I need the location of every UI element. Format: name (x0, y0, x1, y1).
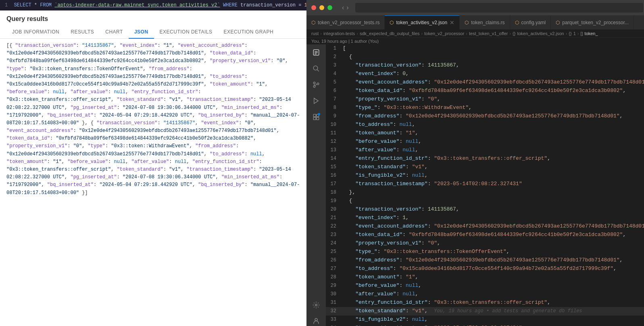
sql-keyword-where: WHERE (223, 2, 238, 8)
code-line-29: 29 "before_value": null, (326, 282, 644, 290)
bc-rust: rust (311, 31, 319, 36)
line-num-20: 20 (326, 205, 343, 213)
tab-json[interactable]: JSON (129, 26, 154, 39)
forward-arrow[interactable]: › (346, 4, 348, 11)
tab-execution-graph[interactable]: EXECUTION GRAPH (218, 26, 279, 39)
code-line-4: 4 "event_index": 0, (326, 70, 644, 78)
bc-json-file: token_activities_v2.json (517, 31, 564, 36)
line-num-29: 29 (326, 282, 343, 290)
debug-icon[interactable] (311, 96, 321, 106)
svg-line-5 (317, 69, 319, 71)
code-line-26: 26 "from_address": "0x12e0de4f2943056029… (326, 256, 644, 265)
code-line-13: 13 "after_value": null, (326, 146, 644, 155)
source-control-icon[interactable] (311, 80, 321, 90)
line-num-22: 22 (326, 222, 343, 230)
bc-sep-3: › (421, 31, 423, 36)
tab-results[interactable]: RESULTS (65, 26, 100, 39)
breadcrumb: rust › integration-tests › sdk_expected_… (306, 29, 644, 38)
traffic-light-red[interactable] (311, 5, 316, 10)
line-content-3: "transaction_version": 141135867, (343, 61, 644, 70)
line-num-5: 5 (326, 78, 343, 86)
vscode-tab-json-active[interactable]: ⬡ token_activities_v2.json ✕ (385, 15, 460, 29)
line-num-30: 30 (326, 290, 343, 298)
back-arrow[interactable]: ‹ (342, 4, 344, 11)
line-content-22: "event_account_address": "0x12e0de4f2943… (343, 222, 644, 231)
vscode-tab-rs-tests[interactable]: ⬡ token_v2_processor_tests.rs (306, 15, 385, 29)
json-display: [{ "transaction_version": "141135867", "… (6, 42, 300, 197)
vscode-tab-parquet-label: parquet_token_v2_processor... (562, 20, 629, 25)
code-line-27: 27 "to_address": "0x15ca0ddee3416b0d8177… (326, 265, 644, 273)
code-line-31: 31 "entry_function_id_str": "0x3::token_… (326, 299, 644, 307)
code-editor[interactable]: 1 [ 2 { 3 "transaction_version": 1411358… (326, 44, 644, 326)
line-num-21: 21 (326, 214, 343, 222)
rs-icon: ⬡ (311, 20, 315, 25)
traffic-light-yellow[interactable] (319, 5, 324, 10)
line-content-32: "token_standard": "v1", You, 19 hours ag… (343, 307, 644, 316)
nav-arrows: ‹ › (342, 4, 349, 11)
tab-chart[interactable]: CHART (100, 26, 129, 39)
svg-rect-10 (313, 114, 316, 117)
vscode-tab-claims-label: token_claims.rs (471, 20, 504, 25)
line-num-33: 33 (326, 316, 343, 324)
line-num-11: 11 (326, 129, 343, 137)
line-num-15: 15 (326, 163, 343, 171)
vscode-tab-json-label: token_activities_v2.json (396, 20, 447, 25)
settings-icon[interactable] (311, 300, 321, 310)
line-content-28: "token_amount": "1", (343, 273, 644, 282)
bc-sep-5: › (509, 31, 511, 36)
search-icon[interactable] (311, 64, 321, 73)
code-line-1: 1 [ (326, 44, 644, 53)
code-line-32: 32 "token_standard": "v1", You, 19 hours… (326, 307, 644, 316)
bc-obj-icon: {} (513, 31, 515, 36)
query-results-title: Query results (6, 15, 48, 22)
code-line-24: 24 "property_version_v1": "0", (326, 239, 644, 248)
vscode-tab-parquet[interactable]: ⬡ parquet_token_v2_processor... (551, 15, 634, 29)
line-num-19: 19 (326, 197, 343, 205)
vscode-tab-claims[interactable]: ⬡ token_claims.rs (460, 15, 510, 29)
vscode-tab-config-label: config.yaml (521, 20, 546, 25)
line-content-25: "type_": "0x3::token_transfers::TokenOff… (343, 248, 644, 256)
line-num-24: 24 (326, 239, 343, 247)
bc-sep-1: › (320, 31, 322, 36)
close-tab-button[interactable]: ✕ (450, 19, 454, 26)
code-line-20: 20 "transaction_version": 141135867, (326, 205, 644, 214)
line-num-7: 7 (326, 95, 343, 103)
line-content-2: { (343, 53, 644, 61)
line-num-4: 4 (326, 70, 343, 78)
code-line-5: 5 "event_account_address": "0x12e0de4f29… (326, 78, 644, 87)
line-content-13: "after_value": null, (343, 146, 644, 155)
git-info-bar: You, 19 hours ago | 1 author (You) (306, 38, 644, 44)
svg-point-6 (313, 82, 315, 84)
extensions-icon[interactable] (311, 112, 321, 122)
line-content-10: "to_address": null, (343, 121, 644, 129)
traffic-light-green[interactable] (327, 5, 332, 10)
tab-execution-details[interactable]: EXECUTION DETAILS (154, 26, 218, 39)
tab-job-information[interactable]: JOB INFORMATION (6, 26, 65, 39)
line-content-19: { (343, 197, 644, 205)
code-line-17: 17 "transaction_timestamp": "2023-05-14T… (326, 180, 644, 188)
explorer-icon[interactable] (311, 48, 321, 57)
code-line-22: 22 "event_account_address": "0x12e0de4f2… (326, 222, 644, 231)
code-line-6: 6 "token_data_id": "0xfbfd7848ba09f6ef63… (326, 87, 644, 95)
line-num-23: 23 (326, 231, 343, 239)
line-content-9: "from_address": "0x12e0de4f294305602939e… (343, 112, 644, 121)
sql-keyword-select: SELECT (14, 2, 31, 8)
address-bar[interactable] (355, 3, 643, 13)
line-num-12: 12 (326, 138, 343, 146)
vscode-tab-config[interactable]: ⬡ config.yaml (510, 15, 551, 29)
line-content-20: "transaction_version": 141135867, (343, 205, 644, 214)
svg-rect-3 (315, 54, 317, 54)
line-num-10: 10 (326, 121, 343, 129)
line-num-27: 27 (326, 265, 343, 273)
accounts-icon[interactable] (311, 316, 321, 326)
vscode-title-bar: ‹ › ⌕ (306, 0, 644, 15)
left-panel: 1 SELECT * FROM `aptos-indexer-data-raw.… (0, 0, 306, 326)
svg-point-15 (315, 318, 317, 321)
line-num-3: 3 (326, 61, 343, 69)
line-num-2: 2 (326, 53, 343, 61)
bc-sep-2: › (356, 31, 358, 36)
git-blame-inline: You, 19 hours ago • add tests and genera… (434, 308, 582, 314)
json-content-area: [{ "transaction_version": "141135867", "… (0, 39, 306, 326)
line-num-26: 26 (326, 256, 343, 264)
line-content-30: "after_value": null, (343, 290, 644, 299)
